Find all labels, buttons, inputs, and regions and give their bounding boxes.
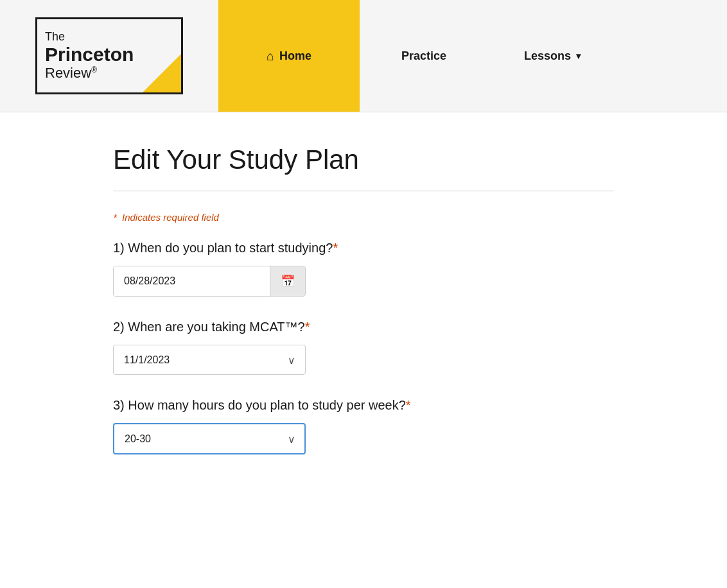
start-date-input[interactable] <box>114 266 270 296</box>
question-1-label: 1) When do you plan to start studying?* <box>113 241 614 255</box>
question-2-label: 2) When are you taking MCAT™?* <box>113 320 614 334</box>
form-section-3: 3) How many hours do you plan to study p… <box>113 398 614 454</box>
nav-lessons-label: Lessons <box>524 49 571 63</box>
required-note: * Indicates required field <box>113 212 614 223</box>
page-title: Edit Your Study Plan <box>113 144 614 175</box>
title-divider <box>113 191 614 191</box>
chevron-down-icon: ▾ <box>576 51 581 61</box>
nav-home-label: Home <box>279 49 311 63</box>
mcat-date-dropdown-wrapper: 11/1/2023 12/1/2023 1/1/2024 2/1/2024 ∨ <box>113 345 306 375</box>
form-section-1: 1) When do you plan to start studying?* … <box>113 241 614 297</box>
required-asterisk: * <box>113 212 117 223</box>
date-input-wrapper: 📅 <box>113 266 306 297</box>
home-icon: ⌂ <box>267 49 274 64</box>
logo-princeton: Princeton <box>45 44 173 65</box>
logo-review: Review® <box>45 65 173 82</box>
logo-area: The Princeton Review® <box>0 0 218 112</box>
nav-practice[interactable]: Practice <box>360 0 488 112</box>
nav-practice-label: Practice <box>401 49 446 63</box>
question-3-label: 3) How many hours do you plan to study p… <box>113 398 614 413</box>
calendar-button[interactable]: 📅 <box>270 266 305 296</box>
nav-lessons[interactable]: Lessons ▾ <box>488 0 617 112</box>
hours-dropdown-wrapper: 5-10 10-20 20-30 30-40 40+ ∨ <box>113 423 306 454</box>
nav-home[interactable]: ⌂ Home <box>218 0 360 112</box>
logo-the: The <box>45 30 173 44</box>
calendar-icon: 📅 <box>281 274 295 288</box>
header: The Princeton Review® ⌂ Home Practice Le… <box>0 0 727 112</box>
hours-per-week-dropdown[interactable]: 5-10 10-20 20-30 30-40 40+ <box>113 423 306 454</box>
mcat-date-dropdown[interactable]: 11/1/2023 12/1/2023 1/1/2024 2/1/2024 <box>113 345 306 375</box>
main-content: Edit Your Study Plan * Indicates require… <box>74 112 653 510</box>
main-nav: ⌂ Home Practice Lessons ▾ <box>218 0 727 112</box>
form-section-2: 2) When are you taking MCAT™?* 11/1/2023… <box>113 320 614 375</box>
logo: The Princeton Review® <box>35 17 183 94</box>
